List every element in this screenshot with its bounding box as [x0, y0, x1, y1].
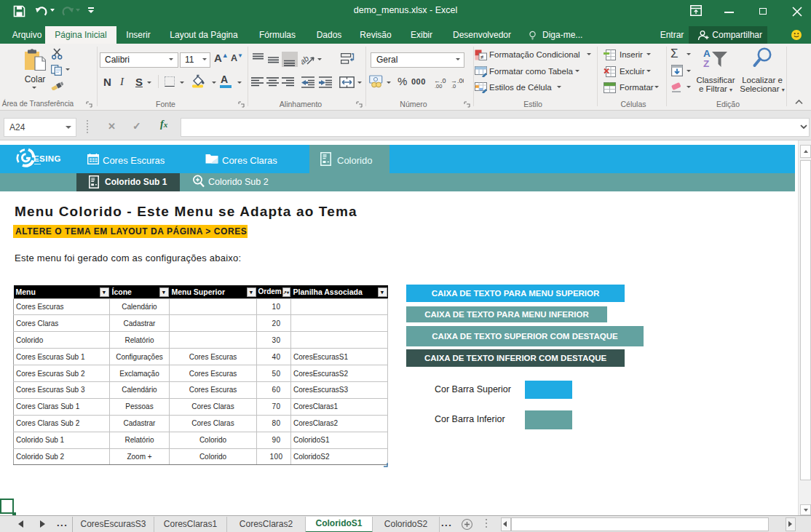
svg-text:Z: Z [703, 58, 709, 69]
svg-text:,00: ,00 [435, 83, 442, 89]
svg-text:A: A [703, 48, 711, 59]
svg-text:≠: ≠ [480, 54, 484, 60]
svg-text:,0: ,0 [451, 83, 456, 89]
svg-text:ab: ab [301, 54, 310, 65]
